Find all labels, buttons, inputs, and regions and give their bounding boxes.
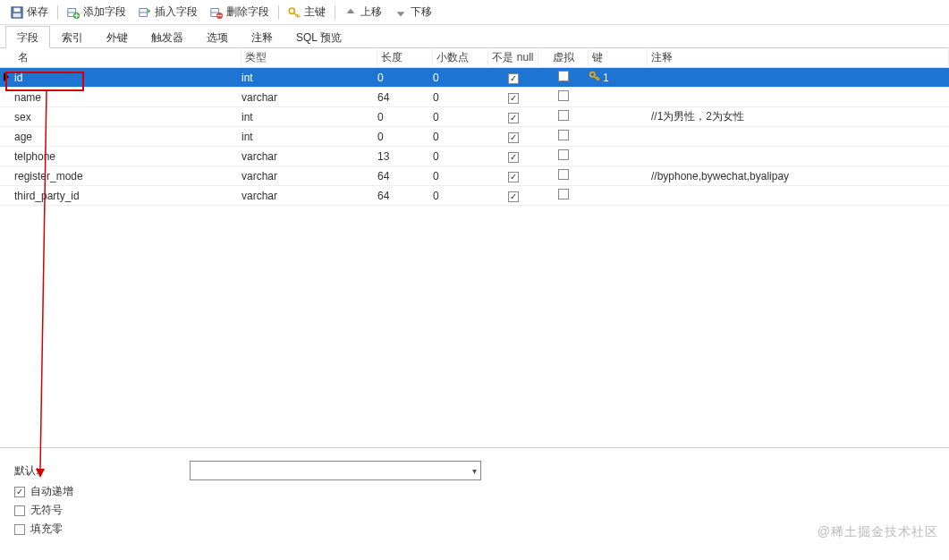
- cell-comment[interactable]: //1为男性，2为女性: [648, 109, 949, 124]
- virtual-checkbox[interactable]: [558, 130, 569, 140]
- header-key[interactable]: 键: [589, 47, 648, 68]
- add-field-button[interactable]: 添加字段: [62, 3, 131, 21]
- unsigned-checkbox[interactable]: [14, 505, 25, 516]
- save-icon: [11, 6, 23, 19]
- cell-virtual[interactable]: [538, 90, 589, 104]
- cell-virtual[interactable]: [538, 130, 589, 143]
- cell-virtual[interactable]: [538, 189, 589, 202]
- move-up-button[interactable]: 上移: [339, 3, 387, 21]
- cell-name[interactable]: id: [13, 72, 241, 84]
- tab-item[interactable]: 字段: [5, 26, 50, 48]
- header-type[interactable]: 类型: [241, 47, 377, 68]
- zerofill-checkbox[interactable]: [14, 524, 25, 535]
- cell-length[interactable]: 0: [377, 111, 433, 123]
- virtual-checkbox[interactable]: [558, 71, 569, 81]
- cell-decimal[interactable]: 0: [433, 150, 488, 163]
- header-comment[interactable]: 注释: [648, 47, 949, 68]
- cell-decimal[interactable]: 0: [433, 72, 488, 84]
- cell-not-null[interactable]: [488, 150, 538, 163]
- table-row[interactable]: register_modevarchar640//byphone,bywecha…: [0, 166, 949, 186]
- header-length[interactable]: 长度: [377, 47, 433, 68]
- cell-virtual[interactable]: [538, 149, 589, 163]
- cell-not-null[interactable]: [488, 111, 538, 123]
- cell-name[interactable]: age: [13, 131, 241, 143]
- move-down-label: 下移: [411, 4, 432, 20]
- tab-item[interactable]: 外键: [95, 26, 140, 48]
- cell-not-null[interactable]: [488, 190, 538, 202]
- move-down-button[interactable]: 下移: [389, 3, 437, 21]
- save-button[interactable]: 保存: [5, 3, 54, 21]
- virtual-checkbox[interactable]: [558, 169, 569, 180]
- cell-decimal[interactable]: 0: [433, 111, 488, 123]
- cell-type[interactable]: varchar: [241, 91, 377, 104]
- cell-length[interactable]: 64: [377, 190, 433, 202]
- virtual-checkbox[interactable]: [558, 189, 569, 199]
- table-row[interactable]: sexint00//1为男性，2为女性: [0, 107, 949, 127]
- header-virtual[interactable]: 虚拟: [538, 47, 589, 68]
- virtual-checkbox[interactable]: [558, 90, 569, 101]
- delete-field-label: 删除字段: [226, 4, 269, 20]
- row-pointer-icon: [4, 72, 9, 84]
- auto-increment-checkbox[interactable]: [14, 487, 25, 497]
- header-not-null[interactable]: 不是 null: [488, 47, 538, 68]
- cell-type[interactable]: varchar: [241, 170, 377, 182]
- cell-virtual[interactable]: [538, 71, 589, 84]
- cell-name[interactable]: sex: [13, 111, 241, 123]
- not-null-checkbox[interactable]: [508, 113, 519, 123]
- cell-length[interactable]: 64: [377, 91, 433, 104]
- cell-virtual[interactable]: [538, 110, 589, 123]
- cell-length[interactable]: 0: [377, 131, 433, 143]
- cell-key[interactable]: 1: [589, 70, 648, 85]
- primary-key-button[interactable]: 主键: [283, 3, 331, 21]
- cell-length[interactable]: 64: [377, 170, 433, 182]
- tab-item[interactable]: 选项: [195, 26, 240, 48]
- header-name[interactable]: 名: [13, 47, 241, 68]
- table-row[interactable]: ageint00: [0, 127, 949, 147]
- cell-type[interactable]: int: [241, 111, 377, 123]
- cell-not-null[interactable]: [488, 72, 538, 84]
- not-null-checkbox[interactable]: [508, 132, 519, 143]
- designer-tabs: 字段索引外键触发器选项注释SQL 预览: [0, 25, 949, 48]
- key-number: 1: [603, 72, 609, 84]
- tab-item[interactable]: 触发器: [140, 26, 195, 48]
- not-null-checkbox[interactable]: [508, 172, 519, 182]
- table-row[interactable]: third_party_idvarchar640: [0, 186, 949, 206]
- cell-length[interactable]: 0: [377, 72, 433, 84]
- cell-decimal[interactable]: 0: [433, 190, 488, 202]
- delete-field-button[interactable]: 删除字段: [205, 3, 275, 21]
- virtual-checkbox[interactable]: [558, 149, 569, 160]
- not-null-checkbox[interactable]: [508, 152, 519, 163]
- cell-type[interactable]: varchar: [241, 190, 377, 202]
- cell-decimal[interactable]: 0: [433, 131, 488, 143]
- default-value-select[interactable]: ▾: [190, 461, 481, 480]
- cell-not-null[interactable]: [488, 131, 538, 143]
- cell-name[interactable]: telphone: [13, 150, 241, 163]
- toolbar-separator: [57, 5, 58, 20]
- cell-not-null[interactable]: [488, 91, 538, 104]
- insert-field-button[interactable]: 插入字段: [133, 3, 203, 21]
- table-row[interactable]: idint001: [0, 68, 949, 88]
- cell-name[interactable]: name: [13, 91, 241, 104]
- cell-type[interactable]: varchar: [241, 150, 377, 163]
- cell-name[interactable]: third_party_id: [13, 190, 241, 202]
- virtual-checkbox[interactable]: [558, 110, 569, 121]
- not-null-checkbox[interactable]: [508, 191, 519, 202]
- cell-decimal[interactable]: 0: [433, 170, 488, 182]
- tab-item[interactable]: SQL 预览: [284, 26, 353, 48]
- cell-type[interactable]: int: [241, 131, 377, 143]
- cell-length[interactable]: 13: [377, 150, 433, 163]
- cell-name[interactable]: register_mode: [13, 170, 241, 182]
- table-row[interactable]: telphonevarchar130: [0, 147, 949, 166]
- cell-comment[interactable]: //byphone,bywechat,byalipay: [648, 170, 949, 182]
- not-null-checkbox[interactable]: [508, 93, 519, 104]
- cell-type[interactable]: int: [241, 72, 377, 84]
- cell-virtual[interactable]: [538, 169, 589, 182]
- not-null-checkbox[interactable]: [508, 73, 519, 84]
- tab-item[interactable]: 索引: [50, 26, 95, 48]
- unsigned-label: 无符号: [30, 503, 63, 518]
- table-row[interactable]: namevarchar640: [0, 88, 949, 107]
- header-decimal[interactable]: 小数点: [433, 47, 488, 68]
- tab-item[interactable]: 注释: [240, 26, 284, 48]
- cell-not-null[interactable]: [488, 170, 538, 182]
- cell-decimal[interactable]: 0: [433, 91, 488, 104]
